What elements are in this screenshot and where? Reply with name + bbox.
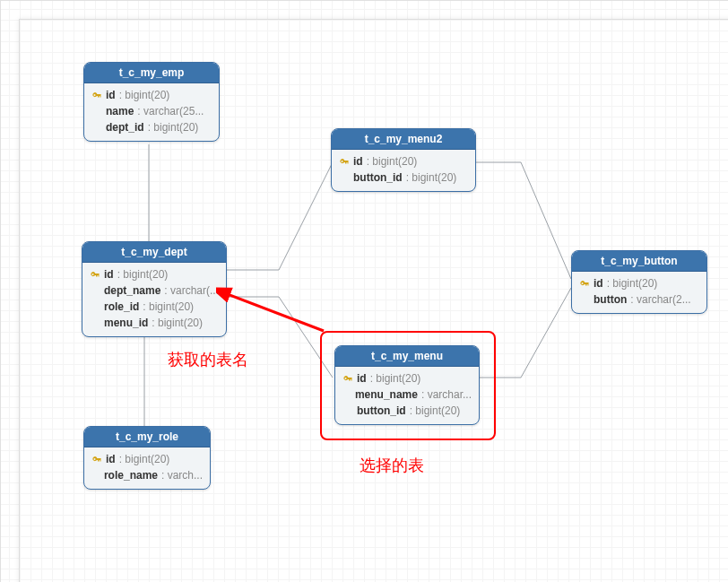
column-name: dept_name (104, 282, 160, 299)
column-row: id: bigint(20) (339, 153, 468, 169)
column-name: id (357, 370, 367, 387)
column-name: button (594, 291, 627, 308)
entity-columns: id: bigint(20)menu_name: varchar...butto… (335, 367, 479, 424)
column-row: button_id: bigint(20) (339, 169, 468, 186)
entity-columns: id: bigint(20)name: varchar(25...dept_id… (84, 83, 219, 141)
entity-t_c_my_button[interactable]: t_c_my_button id: bigint(20)button: varc… (571, 250, 707, 314)
column-type: : bigint(20) (607, 275, 658, 291)
column-type: : bigint(20) (143, 299, 194, 315)
column-name: button_id (353, 169, 403, 186)
column-row: id: bigint(20) (579, 275, 699, 291)
entity-title: t_c_my_button (572, 251, 706, 272)
column-name: menu_id (104, 315, 148, 331)
annotation-fetched-tablename: 获取的表名 (168, 349, 248, 370)
entity-columns: id: bigint(20)button_id: bigint(20) (332, 150, 475, 191)
column-row: id: bigint(20) (90, 266, 219, 282)
column-type: : varch... (161, 467, 203, 483)
entity-t_c_my_dept[interactable]: t_c_my_dept id: bigint(20)dept_name: var… (82, 241, 227, 337)
column-type: : bigint(20) (148, 119, 199, 135)
column-name: id (106, 451, 116, 467)
er-canvas[interactable]: t_c_my_emp id: bigint(20)name: varchar(2… (0, 0, 728, 582)
entity-columns: id: bigint(20)dept_name: varchar(...role… (82, 263, 226, 336)
column-row: role_id: bigint(20) (90, 299, 219, 315)
key-icon (579, 278, 590, 289)
column-name: menu_name (355, 387, 418, 403)
column-name: button_id (357, 403, 406, 419)
column-row: id: bigint(20) (342, 370, 472, 387)
entity-columns: id: bigint(20)button: varchar(2... (572, 272, 706, 313)
column-type: : varchar(25... (137, 103, 204, 119)
annotation-arrow (216, 286, 333, 340)
entity-title: t_c_my_role (84, 427, 210, 447)
column-row: id: bigint(20) (91, 87, 212, 103)
key-icon (91, 454, 102, 465)
column-type: : bigint(20) (370, 370, 421, 387)
column-name: dept_id (106, 119, 144, 135)
entity-t_c_my_menu2[interactable]: t_c_my_menu2 id: bigint(20)button_id: bi… (331, 128, 476, 192)
entity-columns: id: bigint(20)role_name: varch... (84, 447, 210, 489)
column-type: : bigint(20) (117, 266, 169, 282)
column-type: : bigint(20) (119, 87, 170, 103)
column-type: : bigint(20) (367, 153, 418, 169)
column-row: menu_name: varchar... (342, 387, 472, 403)
column-name: role_id (104, 299, 139, 315)
column-type: : varchar(... (164, 282, 219, 299)
column-name: id (353, 153, 363, 169)
entity-t_c_my_emp[interactable]: t_c_my_emp id: bigint(20)name: varchar(2… (83, 62, 220, 142)
entity-title: t_c_my_emp (84, 63, 219, 83)
svg-line-2 (225, 293, 324, 331)
column-type: : bigint(20) (152, 315, 203, 331)
column-row: dept_id: bigint(20) (91, 119, 212, 135)
entity-title: t_c_my_dept (82, 242, 226, 263)
column-name: id (104, 266, 114, 282)
key-icon (339, 156, 350, 167)
entity-t_c_my_role[interactable]: t_c_my_role id: bigint(20)role_name: var… (83, 426, 211, 490)
column-name: id (594, 275, 603, 291)
column-name: role_name (104, 467, 158, 483)
key-icon (342, 373, 353, 384)
column-type: : bigint(20) (119, 451, 170, 467)
entity-title: t_c_my_menu2 (332, 129, 475, 150)
key-icon (91, 90, 102, 100)
column-row: button: varchar(2... (579, 291, 699, 308)
column-row: role_name: varch... (91, 467, 203, 483)
column-type: : bigint(20) (410, 403, 461, 419)
column-type: : varchar... (421, 387, 472, 403)
entity-title: t_c_my_menu (335, 346, 479, 367)
column-row: dept_name: varchar(... (90, 282, 219, 299)
column-row: name: varchar(25... (91, 103, 212, 119)
column-name: name (106, 103, 134, 119)
column-row: id: bigint(20) (91, 451, 203, 467)
column-row: menu_id: bigint(20) (90, 315, 219, 331)
column-type: : bigint(20) (406, 169, 457, 186)
key-icon (90, 269, 100, 280)
annotation-selected-table: 选择的表 (360, 455, 424, 476)
column-row: button_id: bigint(20) (342, 403, 472, 419)
entity-t_c_my_menu[interactable]: t_c_my_menu id: bigint(20)menu_name: var… (334, 345, 480, 425)
column-type: : varchar(2... (630, 291, 690, 308)
column-name: id (106, 87, 116, 103)
